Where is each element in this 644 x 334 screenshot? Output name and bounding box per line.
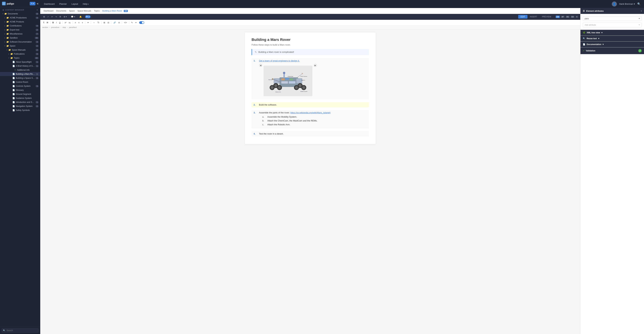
toolbar-check-button[interactable]: ✓ [46,15,50,18]
tab-preview[interactable]: PREVIEW [540,15,554,18]
step-3-link[interactable]: https://sv.wikipedia.org/wiki/Mars_(plan… [290,111,330,114]
fmt-toggle-switch[interactable] [139,21,144,24]
sidebar-item-building-space-ship[interactable]: 📄 Building a Space Ship 3 [0,76,40,80]
fmt-paragraph[interactable]: ¶ [42,21,45,24]
tab-edit[interactable]: EDIT [518,15,528,18]
sidebar-item-controls-system[interactable]: 📄 Controls System 3 [0,84,40,88]
panel-element-attributes-header[interactable]: ☰ Element attributes ▾ [580,8,644,14]
fmt-table3[interactable]: ⊟ [106,21,110,24]
sidebar-item-introduction-safety[interactable]: 📄 Introduction and Safety 1 [0,100,40,104]
sidebar-item-acme-productions[interactable]: ▸ 📁 ACME Productions 4 [0,16,40,20]
fmt-ordered-list[interactable]: ≡ [77,21,80,24]
sidebar-item-ground-segment[interactable]: 📄 Ground Segment [0,92,40,96]
sidebar-item-label: About Spaceflight [16,61,35,63]
toolbar-undo-button[interactable]: ↩ [50,15,54,18]
lang-badge-af[interactable]: AF [560,15,565,18]
panel-documentation-header[interactable]: 📄 Documentation ▾ [580,41,644,47]
topnav-item-planner[interactable]: Planner [59,2,67,6]
toolbar-bell-button[interactable]: 🔔 [78,15,83,18]
lang-badge-more[interactable]: ▾ [576,15,578,18]
sidebar-item-publications[interactable]: ▸ 📁 Publications 3 [0,52,40,56]
search-input[interactable] [2,328,38,333]
toolbar-toggle-button[interactable]: ⚑ ▾ [85,15,90,18]
lang-badge-en[interactable]: EN [556,15,560,18]
document-title: Building a Mars Rover [252,37,369,42]
tab-insert[interactable]: INSERT [528,15,540,18]
user-name[interactable]: Hank Brennan ▾ [619,3,635,5]
sidebar-item-miscellaneous[interactable]: ▸ 📁 Miscellaneous 7 [0,32,40,36]
image-nav-right[interactable]: ▶ [314,64,317,67]
fmt-bold[interactable]: B [51,21,55,24]
sidebar-item-brief-history[interactable]: 📄 A Brief History of Spaceflight 1 [0,64,40,68]
sidebar-item-documents[interactable]: ▾ 📁 Documents 9 [0,12,40,16]
fmt-table[interactable]: Tt [96,21,100,24]
top-navigation: Dashboard Planner Layout Help 👤 Hank Bre… [40,0,644,8]
fmt-unordered-list[interactable]: ≡ [74,21,77,24]
step-2-content: Build the software. [259,104,367,106]
sidebar-item-space-manuals[interactable]: ▾ 📁 Space Manuals 2 [0,48,40,52]
fmt-pencil2[interactable]: ✏ [134,21,138,24]
sidebar-item-building-mars-rover[interactable]: 📄 Building a Mars Rover 1 [0,72,40,76]
sidebar-item-acme-products[interactable]: ▸ 📁 ACME Products [0,20,40,24]
item-type-icon: 📄 [12,61,15,63]
sidebar-item-space[interactable]: ▾ 📁 Space 2 [0,44,40,48]
toolbar-redo-button[interactable]: ↪ [54,15,58,18]
content-manager-toggle[interactable]: ▾ [37,9,38,11]
toolbar-page-button[interactable]: ⊞ [42,15,46,18]
fmt-link[interactable]: 🔗 [112,21,117,24]
item-badge: 1 [36,65,38,67]
lang-badge-de[interactable]: DE [566,15,570,18]
sidebar-item-safety-symbols[interactable]: 📄 Safety Symbols [0,108,40,112]
fmt-align[interactable]: ≡ [81,21,84,24]
breadcrumb-space[interactable]: Space [69,10,75,12]
attr-type-select[interactable]: para [583,16,642,21]
topnav-item-dashboard[interactable]: Dashboard [44,2,55,6]
panel-element-attributes-label: Element attributes [586,10,604,12]
new-document-button[interactable]: ✎ ▾ [30,2,36,5]
fmt-italic[interactable]: I [55,21,58,24]
sidebar-item-about-spaceflight[interactable]: 📄 About Spaceflight 1 [0,60,40,64]
image-nav-left[interactable]: ◀ [259,64,262,67]
sidebar-item-topics[interactable]: ▾ 📁 Topics 22 [0,56,40,60]
toolbar-settings-button[interactable]: ⚙ [58,15,62,18]
sidebar-item-glossary[interactable]: 📄 Glossary [0,88,40,92]
svg-point-15 [295,86,298,89]
fmt-pencil[interactable]: ✎ [130,21,134,24]
lang-badge-es[interactable]: ES [570,15,575,18]
sidebar-item-export-test[interactable]: ▸ 📁 Export test 2 [0,28,40,32]
fmt-superscript[interactable]: x² [64,21,68,24]
toolbar-comment-button[interactable]: 💬 ▾ [70,15,76,18]
sidebar-item-guidance-system[interactable]: 📄 Guidance System [0,96,40,100]
sidebar-item-software-documentation[interactable]: ▸ 📁 Software Documentation 3 [0,40,40,44]
fmt-special[interactable]: ✦ [86,21,90,24]
panel-validation-header[interactable]: ✓ Validation ✓ [580,47,644,54]
item-type-icon: 📁 [6,25,9,27]
svg-point-7 [274,84,277,87]
fmt-underline[interactable]: U [58,21,62,24]
breadcrumb-topics[interactable]: Topics [94,10,100,12]
panel-reuse-text-header[interactable]: 🔍 Reuse text ▾ [580,36,644,41]
breadcrumb-space-manuals[interactable]: Space Manuals [77,10,91,12]
sidebar-item-sandbox[interactable]: ▸ 📁 Sandbox 33 [0,36,40,40]
fmt-code[interactable]: </> [123,21,128,24]
sidebar-item-navigation-system[interactable]: 📄 Navigation System 2 [0,104,40,108]
sidebar-item-contributions[interactable]: ▸ 📁 Contributions 4 [0,24,40,28]
item-badge: 4 [36,17,38,19]
fmt-heading[interactable]: H [46,21,49,24]
fmt-indent[interactable]: ↔ [92,21,96,24]
fmt-table2[interactable]: ⊞ [102,21,106,24]
toolbar-insert-button[interactable]: ⊕ ▾ [62,15,68,18]
panel-xml-tree-header[interactable]: 🌿 XML tree view ▾ [580,30,644,35]
fmt-subscript[interactable]: x₂ [68,21,72,24]
collapse-sidebar-button[interactable]: ◀ [36,2,38,5]
fmt-strikethrough[interactable]: ⊝ [117,21,121,24]
sidebar-item-control-room[interactable]: 📄 Control Room [0,80,40,84]
topnav-item-layout[interactable]: Layout [71,2,78,6]
add-attribute-select[interactable]: Add attribute [583,23,642,27]
breadcrumb-documents[interactable]: Documents [56,10,66,12]
sidebar-item-additional-info[interactable]: ✂ Additional info [0,68,40,72]
topnav-item-help[interactable]: Help [82,2,89,6]
topnav-search-button[interactable]: 🔍 [637,2,641,5]
item-type-icon: 📄 [12,97,15,99]
breadcrumb-dashboard[interactable]: Dashboard [44,10,54,12]
